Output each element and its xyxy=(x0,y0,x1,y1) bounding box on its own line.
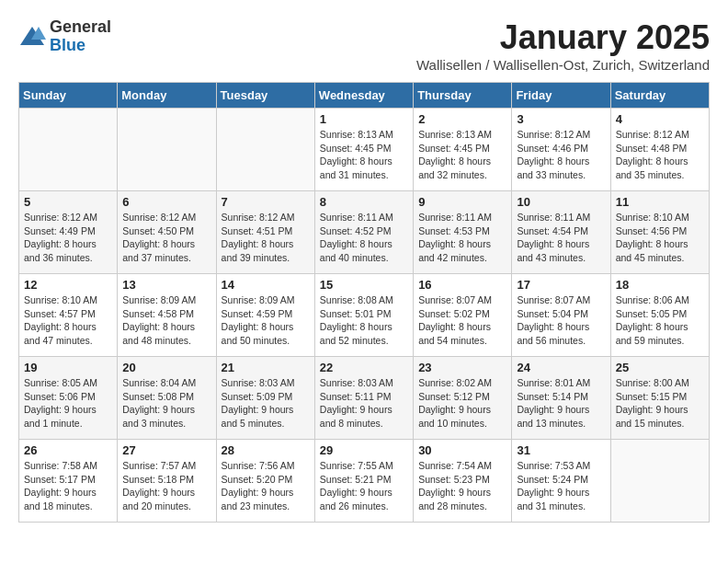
calendar-cell: 25Sunrise: 8:00 AM Sunset: 5:15 PM Dayli… xyxy=(610,357,709,440)
calendar-cell: 30Sunrise: 7:54 AM Sunset: 5:23 PM Dayli… xyxy=(414,440,512,523)
calendar-cell: 8Sunrise: 8:11 AM Sunset: 4:52 PM Daylig… xyxy=(314,191,413,274)
header-day-monday: Monday xyxy=(118,83,216,109)
day-info: Sunrise: 8:13 AM Sunset: 4:45 PM Dayligh… xyxy=(418,128,506,182)
day-number: 21 xyxy=(222,361,310,374)
day-info: Sunrise: 8:03 AM Sunset: 5:09 PM Dayligh… xyxy=(222,376,310,431)
day-info: Sunrise: 8:09 AM Sunset: 4:59 PM Dayligh… xyxy=(222,293,310,348)
calendar-cell: 16Sunrise: 8:07 AM Sunset: 5:02 PM Dayli… xyxy=(414,274,512,357)
week-row-5: 26Sunrise: 7:58 AM Sunset: 5:17 PM Dayli… xyxy=(19,440,710,523)
calendar-cell: 2Sunrise: 8:13 AM Sunset: 4:45 PM Daylig… xyxy=(414,109,512,191)
calendar-cell: 28Sunrise: 7:56 AM Sunset: 5:20 PM Dayli… xyxy=(216,440,314,523)
day-info: Sunrise: 8:07 AM Sunset: 5:04 PM Dayligh… xyxy=(517,293,605,348)
day-number: 17 xyxy=(517,278,605,292)
calendar-table: SundayMondayTuesdayWednesdayThursdayFrid… xyxy=(18,82,710,523)
calendar-cell: 20Sunrise: 8:04 AM Sunset: 5:08 PM Dayli… xyxy=(118,357,216,440)
calendar-cell: 31Sunrise: 7:53 AM Sunset: 5:24 PM Dayli… xyxy=(512,440,610,523)
day-number: 18 xyxy=(616,278,704,292)
header-day-thursday: Thursday xyxy=(414,83,512,109)
calendar-cell: 13Sunrise: 8:09 AM Sunset: 4:58 PM Dayli… xyxy=(118,274,216,357)
page-header: General Blue January 2025 Wallisellen / … xyxy=(18,18,710,73)
day-info: Sunrise: 8:03 AM Sunset: 5:11 PM Dayligh… xyxy=(320,376,408,431)
day-number: 7 xyxy=(222,195,310,209)
day-info: Sunrise: 7:55 AM Sunset: 5:21 PM Dayligh… xyxy=(320,459,408,513)
calendar-cell: 6Sunrise: 8:12 AM Sunset: 4:50 PM Daylig… xyxy=(118,191,216,274)
day-number: 14 xyxy=(222,278,310,292)
week-row-3: 12Sunrise: 8:10 AM Sunset: 4:57 PM Dayli… xyxy=(19,274,710,357)
day-info: Sunrise: 8:04 AM Sunset: 5:08 PM Dayligh… xyxy=(122,376,210,431)
day-info: Sunrise: 8:10 AM Sunset: 4:56 PM Dayligh… xyxy=(616,211,704,265)
header-day-saturday: Saturday xyxy=(610,83,709,109)
calendar-cell: 23Sunrise: 8:02 AM Sunset: 5:12 PM Dayli… xyxy=(414,357,512,440)
day-info: Sunrise: 7:53 AM Sunset: 5:24 PM Dayligh… xyxy=(517,459,605,513)
day-number: 25 xyxy=(616,361,704,374)
logo: General Blue xyxy=(18,18,111,55)
day-number: 27 xyxy=(122,443,210,457)
calendar-title: January 2025 xyxy=(416,18,710,57)
day-info: Sunrise: 8:11 AM Sunset: 4:54 PM Dayligh… xyxy=(517,211,605,265)
calendar-subtitle: Wallisellen / Wallisellen-Ost, Zurich, S… xyxy=(416,57,710,73)
calendar-cell: 24Sunrise: 8:01 AM Sunset: 5:14 PM Dayli… xyxy=(512,357,610,440)
calendar-cell: 27Sunrise: 7:57 AM Sunset: 5:18 PM Dayli… xyxy=(118,440,216,523)
day-number: 2 xyxy=(418,112,506,126)
calendar-cell: 12Sunrise: 8:10 AM Sunset: 4:57 PM Dayli… xyxy=(19,274,118,357)
day-number: 5 xyxy=(24,195,112,209)
day-info: Sunrise: 8:00 AM Sunset: 5:15 PM Dayligh… xyxy=(616,376,704,431)
logo-icon xyxy=(18,23,46,51)
day-info: Sunrise: 7:57 AM Sunset: 5:18 PM Dayligh… xyxy=(122,459,210,513)
week-row-1: 1Sunrise: 8:13 AM Sunset: 4:45 PM Daylig… xyxy=(19,109,710,191)
calendar-cell: 9Sunrise: 8:11 AM Sunset: 4:53 PM Daylig… xyxy=(414,191,512,274)
day-info: Sunrise: 8:06 AM Sunset: 5:05 PM Dayligh… xyxy=(616,293,704,348)
calendar-cell: 3Sunrise: 8:12 AM Sunset: 4:46 PM Daylig… xyxy=(512,109,610,191)
calendar-cell xyxy=(216,109,314,191)
calendar-cell: 14Sunrise: 8:09 AM Sunset: 4:59 PM Dayli… xyxy=(216,274,314,357)
calendar-cell: 4Sunrise: 8:12 AM Sunset: 4:48 PM Daylig… xyxy=(610,109,709,191)
title-section: January 2025 Wallisellen / Wallisellen-O… xyxy=(416,18,710,73)
calendar-cell: 1Sunrise: 8:13 AM Sunset: 4:45 PM Daylig… xyxy=(314,109,413,191)
day-number: 20 xyxy=(122,361,210,374)
day-info: Sunrise: 8:10 AM Sunset: 4:57 PM Dayligh… xyxy=(24,293,112,348)
header-day-tuesday: Tuesday xyxy=(216,83,314,109)
day-info: Sunrise: 8:13 AM Sunset: 4:45 PM Dayligh… xyxy=(320,128,408,182)
day-info: Sunrise: 8:07 AM Sunset: 5:02 PM Dayligh… xyxy=(418,293,506,348)
calendar-cell: 19Sunrise: 8:05 AM Sunset: 5:06 PM Dayli… xyxy=(19,357,118,440)
day-info: Sunrise: 8:01 AM Sunset: 5:14 PM Dayligh… xyxy=(517,376,605,431)
header-day-sunday: Sunday xyxy=(19,83,118,109)
calendar-cell xyxy=(610,440,709,523)
day-number: 15 xyxy=(320,278,408,292)
calendar-cell: 10Sunrise: 8:11 AM Sunset: 4:54 PM Dayli… xyxy=(512,191,610,274)
day-info: Sunrise: 7:56 AM Sunset: 5:20 PM Dayligh… xyxy=(222,459,310,513)
day-number: 1 xyxy=(320,112,408,126)
day-number: 3 xyxy=(517,112,605,126)
day-number: 22 xyxy=(320,361,408,374)
calendar-cell: 21Sunrise: 8:03 AM Sunset: 5:09 PM Dayli… xyxy=(216,357,314,440)
calendar-cell xyxy=(118,109,216,191)
day-number: 26 xyxy=(24,443,112,457)
week-row-4: 19Sunrise: 8:05 AM Sunset: 5:06 PM Dayli… xyxy=(19,357,710,440)
calendar-cell: 17Sunrise: 8:07 AM Sunset: 5:04 PM Dayli… xyxy=(512,274,610,357)
day-info: Sunrise: 8:05 AM Sunset: 5:06 PM Dayligh… xyxy=(24,376,112,431)
calendar-cell: 7Sunrise: 8:12 AM Sunset: 4:51 PM Daylig… xyxy=(216,191,314,274)
day-info: Sunrise: 8:12 AM Sunset: 4:49 PM Dayligh… xyxy=(24,211,112,265)
day-number: 8 xyxy=(320,195,408,209)
day-number: 6 xyxy=(122,195,210,209)
day-info: Sunrise: 8:12 AM Sunset: 4:51 PM Dayligh… xyxy=(222,211,310,265)
calendar-cell xyxy=(19,109,118,191)
day-info: Sunrise: 8:08 AM Sunset: 5:01 PM Dayligh… xyxy=(320,293,408,348)
day-number: 28 xyxy=(222,443,310,457)
day-number: 13 xyxy=(122,278,210,292)
day-number: 29 xyxy=(320,443,408,457)
day-info: Sunrise: 7:58 AM Sunset: 5:17 PM Dayligh… xyxy=(24,459,112,513)
day-info: Sunrise: 8:02 AM Sunset: 5:12 PM Dayligh… xyxy=(418,376,506,431)
day-number: 30 xyxy=(418,443,506,457)
calendar-header: SundayMondayTuesdayWednesdayThursdayFrid… xyxy=(19,83,710,109)
calendar-cell: 26Sunrise: 7:58 AM Sunset: 5:17 PM Dayli… xyxy=(19,440,118,523)
day-number: 4 xyxy=(616,112,704,126)
day-number: 10 xyxy=(517,195,605,209)
day-number: 11 xyxy=(616,195,704,209)
week-row-2: 5Sunrise: 8:12 AM Sunset: 4:49 PM Daylig… xyxy=(19,191,710,274)
calendar-cell: 29Sunrise: 7:55 AM Sunset: 5:21 PM Dayli… xyxy=(314,440,413,523)
day-number: 16 xyxy=(418,278,506,292)
day-number: 31 xyxy=(517,443,605,457)
day-info: Sunrise: 8:12 AM Sunset: 4:46 PM Dayligh… xyxy=(517,128,605,182)
day-info: Sunrise: 8:11 AM Sunset: 4:52 PM Dayligh… xyxy=(320,211,408,265)
